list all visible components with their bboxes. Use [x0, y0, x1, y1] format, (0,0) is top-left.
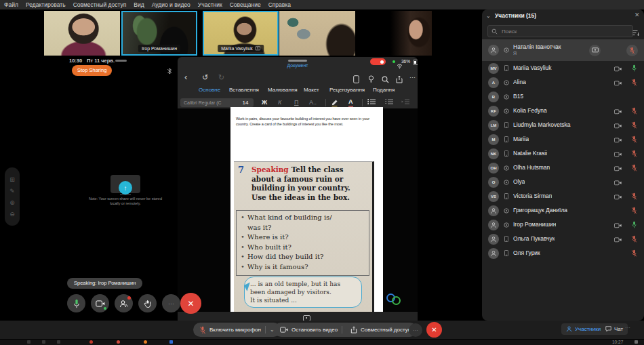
menu-item-share[interactable]: Совместный доступ: [73, 1, 127, 8]
participant-row[interactable]: KFKolia Fedyna: [482, 104, 644, 118]
tab-maket[interactable]: Макет: [304, 87, 319, 93]
collapse-chevron-icon[interactable]: ⌄: [486, 13, 491, 19]
menu-item-help[interactable]: Справка: [268, 1, 291, 8]
bold-button[interactable]: Ж: [262, 98, 267, 107]
undo-icon[interactable]: ↺: [202, 73, 208, 82]
participant-row[interactable]: MVMariia Vasyliuk: [482, 61, 644, 75]
menu-item-audio-video[interactable]: Аудио и видео: [152, 1, 190, 8]
participant-row[interactable]: Ігор Романишин: [482, 218, 644, 232]
camera-on-icon: [614, 176, 622, 188]
window-drag-handle[interactable]: [288, 60, 307, 62]
redo-icon[interactable]: ↻: [218, 73, 224, 82]
more-controls-button[interactable]: ···: [409, 323, 422, 337]
participant-row[interactable]: Наталія ІванотчакЯ: [482, 39, 644, 61]
raise-hand-button[interactable]: [138, 294, 157, 312]
search-input[interactable]: [500, 28, 629, 35]
taskbar-app-icon[interactable]: [89, 340, 93, 344]
menu-item-file[interactable]: Файл: [4, 1, 18, 8]
me-label: Я: [513, 50, 561, 57]
share-content-button[interactable]: Совместный доступ: [344, 323, 417, 337]
more-panels-button[interactable]: ···: [625, 325, 630, 331]
document-page[interactable]: Work in pairs, discuss your favourite bu…: [230, 107, 383, 312]
leave-meeting-button[interactable]: ✕: [426, 322, 442, 338]
muted-mic-icon: [631, 233, 637, 245]
menu-item-edit[interactable]: Редактировать: [26, 1, 66, 8]
participant-row[interactable]: Григоращук Даниїла: [482, 203, 644, 218]
desktop-device-icon: [503, 47, 509, 53]
drag-handle[interactable]: [115, 60, 127, 62]
italic-button[interactable]: К: [278, 98, 281, 107]
initials-avatar: NK: [488, 148, 499, 159]
share-note-text: Note: Your screen share will never be st…: [68, 197, 183, 206]
zoom-in-icon[interactable]: ⊕: [9, 199, 15, 206]
font-name-field[interactable]: Calibri Regular (C: [180, 98, 239, 107]
tab-podannia[interactable]: Подання: [373, 87, 395, 93]
participant-name: Alina: [513, 79, 526, 86]
back-icon[interactable]: ‹: [184, 72, 187, 82]
stop-sharing-button[interactable]: Stop Sharing: [72, 65, 112, 76]
participant-row[interactable]: MMariia: [482, 132, 644, 146]
camera-button[interactable]: [91, 294, 109, 312]
video-tile[interactable]: [44, 11, 120, 56]
mic-button[interactable]: [67, 294, 85, 312]
tab-retsenzuvannia[interactable]: Рецензування: [329, 87, 365, 93]
taskbar-app-icon[interactable]: [27, 340, 31, 344]
tab-osnovne[interactable]: Основне: [199, 87, 220, 93]
participant-row[interactable]: VSVictoria Sirman: [482, 189, 644, 203]
underline-button[interactable]: П: [294, 98, 298, 107]
os-taskbar: [0, 339, 644, 345]
zoom-out-icon[interactable]: ⊖: [9, 211, 15, 218]
participant-row[interactable]: AAlina: [482, 75, 644, 89]
indent-button[interactable]: [401, 98, 409, 107]
participant-row[interactable]: Ольга Пукавчук: [482, 232, 644, 246]
participant-row[interactable]: LMLiudmyla Markovetska: [482, 118, 644, 132]
highlighter-button[interactable]: [331, 98, 338, 107]
fit-view-icon[interactable]: ⊞: [9, 176, 15, 183]
text-color-button[interactable]: A: [348, 98, 353, 107]
participant-name: Ігор Романишин: [513, 222, 556, 228]
camera-on-icon: [614, 105, 622, 117]
tab-vstavlennia[interactable]: Вставлення: [229, 87, 259, 93]
device-preview-icon[interactable]: [353, 74, 359, 86]
taskbar-app-icon[interactable]: [169, 340, 173, 344]
unmute-mic-button[interactable]: Включить микрофон ⌄: [193, 323, 281, 337]
bullet-list-button[interactable]: [367, 98, 376, 107]
participant-row[interactable]: OHOlha Hutsman: [482, 161, 644, 175]
lightbulb-icon[interactable]: [368, 74, 374, 86]
taskbar-app-icon[interactable]: [42, 340, 45, 344]
video-tile-igor[interactable]: Ігор Романишин: [121, 11, 197, 56]
taskbar-app-icon[interactable]: [144, 340, 147, 344]
more-icon[interactable]: ···: [409, 74, 416, 81]
video-tile[interactable]: [356, 11, 432, 56]
person-avatar: [488, 220, 499, 230]
video-tile-mariia[interactable]: Mariia Vasyliuk: [203, 11, 279, 56]
menu-item-meeting[interactable]: Совещание: [230, 1, 261, 8]
tab-maliuvannia[interactable]: Малювання: [268, 87, 298, 93]
numbered-list-button[interactable]: [385, 98, 393, 107]
participant-row[interactable]: Оля Гурик: [482, 246, 644, 260]
menu-item-participant[interactable]: Участник: [198, 1, 222, 8]
font-size-field[interactable]: 14: [237, 98, 254, 107]
video-tile[interactable]: [279, 11, 355, 56]
participants-toggle-button[interactable]: Участники: [561, 323, 605, 335]
share-icon[interactable]: [396, 74, 403, 86]
taskbar-app-icon[interactable]: [57, 340, 60, 344]
muted-mic-button[interactable]: [626, 45, 638, 56]
menu-item-view[interactable]: Вид: [134, 1, 144, 8]
taskbar-app-icon[interactable]: [117, 340, 120, 344]
muted-mic-icon: [631, 77, 637, 89]
participants-button[interactable]: [115, 294, 133, 312]
participant-row[interactable]: BB15: [482, 89, 644, 104]
chat-toggle-button[interactable]: Чат: [601, 323, 628, 335]
more-options-button[interactable]: ···: [162, 294, 180, 312]
taskbar-tray-icon[interactable]: [635, 340, 638, 344]
close-floating-bar-button[interactable]: ✕: [180, 293, 201, 314]
text-styles-button[interactable]: А..: [309, 98, 317, 107]
participant-row[interactable]: NKNatalie Krasii: [482, 146, 644, 161]
sort-participants-icon[interactable]: [632, 27, 640, 39]
annotate-icon[interactable]: ✎: [9, 188, 15, 195]
participant-row[interactable]: OOlya: [482, 175, 644, 189]
search-icon[interactable]: [382, 74, 389, 86]
recording-indicator: [370, 58, 386, 65]
close-panel-icon[interactable]: ✕: [635, 12, 640, 18]
